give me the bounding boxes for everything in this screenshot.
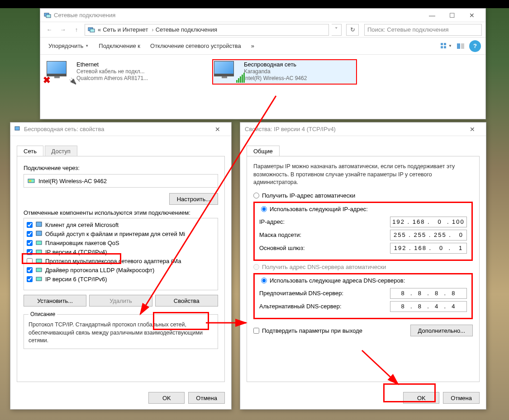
component-label: Протокол мультиплексора сетевого адаптер…: [45, 258, 181, 264]
ok-button[interactable]: OK: [148, 392, 185, 404]
connect-to-button[interactable]: Подключение к: [95, 41, 144, 51]
desktop-taskbar: [0, 0, 509, 8]
gateway-label: Основной шлюз:: [259, 245, 390, 251]
description-text: Протокол TCP/IP. Стандартный протокол гл…: [29, 321, 213, 345]
breadcrumb[interactable]: « Сеть и Интернет › Сетевые подключения: [85, 24, 329, 36]
breadcrumb-dropdown[interactable]: ˅: [332, 24, 342, 36]
titlebar[interactable]: Сетевые подключения — ☐ ✕: [40, 9, 485, 22]
adapter-list: ✖ 🔌 Ethernet Сетевой кабель не подкл... …: [40, 55, 485, 89]
adapter-ethernet[interactable]: ✖ 🔌 Ethernet Сетевой кабель не подкл... …: [45, 59, 190, 85]
components-label: Отмеченные компоненты используются этим …: [24, 209, 218, 216]
manual-ip-radio[interactable]: Использовать следующий IP-адрес:: [259, 206, 370, 212]
tab-access[interactable]: Доступ: [45, 146, 77, 156]
mask-label: Маска подсети:: [259, 231, 390, 238]
close-button[interactable]: ✕: [462, 123, 482, 136]
preview-pane-button[interactable]: [455, 40, 466, 52]
adapter-name: Ethernet: [76, 61, 148, 68]
breadcrumb-pre[interactable]: «: [98, 26, 101, 33]
component-icon: [35, 239, 43, 246]
close-button[interactable]: ✕: [208, 123, 228, 136]
dns2-label: Альтернативный DNS-сервер:: [259, 303, 390, 310]
gateway-input[interactable]: [390, 243, 467, 254]
dns2-input[interactable]: [390, 301, 467, 312]
forward-button[interactable]: →: [57, 24, 68, 35]
minimize-button[interactable]: —: [422, 9, 442, 22]
components-list[interactable]: Клиент для сетей MicrosoftОбщий доступ к…: [24, 218, 218, 290]
description-fieldset: Описание Протокол TCP/IP. Стандартный пр…: [24, 311, 218, 349]
adapter-wireless[interactable]: Беспроводная сеть Karaganda Intel(R) Wir…: [212, 59, 357, 85]
close-button[interactable]: ✕: [462, 9, 482, 22]
breadcrumb-b[interactable]: Сетевые подключения: [156, 26, 217, 33]
disconnected-icon: ✖: [43, 75, 51, 85]
auto-ip-radio[interactable]: Получить IP-адрес автоматически: [253, 192, 473, 199]
dialog-title: Свойства: IP версии 4 (TCP/IPv4): [245, 126, 462, 132]
component-item[interactable]: IP версии 6 (TCP/IPv6): [24, 274, 218, 283]
component-item[interactable]: Клиент для сетей Microsoft: [24, 220, 218, 229]
component-item[interactable]: Драйвер протокола LLDP (Майкрософт): [24, 265, 218, 274]
manual-dns-radio[interactable]: Использовать следующие адреса DNS-сервер…: [259, 277, 407, 284]
help-button[interactable]: ?: [469, 40, 481, 52]
up-button[interactable]: ↑: [71, 24, 82, 35]
adapter-properties-dialog: Беспроводная сеть: свойства ✕ Сеть Досту…: [10, 122, 232, 410]
properties-button[interactable]: Свойства: [155, 295, 218, 307]
adapter-icon: [14, 126, 21, 133]
disable-device-button[interactable]: Отключение сетевого устройства: [147, 41, 245, 51]
more-commands-button[interactable]: »: [247, 41, 258, 51]
advanced-button[interactable]: Дополнительно...: [410, 325, 473, 336]
remove-button[interactable]: Удалить: [89, 295, 152, 307]
cancel-button[interactable]: Отмена: [188, 392, 225, 404]
ipv4-properties-dialog: Свойства: IP версии 4 (TCP/IPv4) ✕ Общие…: [240, 122, 486, 410]
component-label: IP версии 4 (TCP/IPv4): [45, 249, 107, 255]
component-checkbox[interactable]: [27, 258, 33, 264]
adapter-name: Intel(R) Wireless-AC 9462: [38, 178, 107, 184]
window-title: Сетевые подключения: [54, 12, 422, 19]
maximize-button[interactable]: ☐: [442, 9, 462, 22]
mask-input[interactable]: [390, 230, 467, 241]
svg-rect-16: [36, 241, 42, 245]
component-item[interactable]: Протокол мультиплексора сетевого адаптер…: [24, 256, 218, 265]
ip-input[interactable]: [390, 217, 467, 227]
component-checkbox[interactable]: [27, 276, 33, 282]
search-input[interactable]: Поиск: Сетевые подключения: [364, 24, 482, 36]
component-checkbox[interactable]: [27, 267, 33, 273]
component-item[interactable]: Общий доступ к файлам и принтерам для се…: [24, 229, 218, 238]
component-checkbox[interactable]: [27, 222, 33, 228]
titlebar[interactable]: Беспроводная сеть: свойства ✕: [10, 123, 231, 136]
component-label: Драйвер протокола LLDP (Майкрософт): [45, 267, 154, 274]
titlebar[interactable]: Свойства: IP версии 4 (TCP/IPv4) ✕: [240, 123, 486, 136]
adapter-device: Intel(R) Wireless-AC 9462: [244, 75, 307, 81]
adapter-device: Qualcomm Atheros AR8171...: [76, 75, 148, 81]
svg-rect-7: [444, 46, 446, 48]
plug-icon: 🔌: [69, 77, 76, 85]
install-button[interactable]: Установить...: [24, 295, 86, 307]
back-button[interactable]: ←: [44, 24, 55, 35]
validate-checkbox[interactable]: Подтвердить параметры при выходе: [253, 327, 362, 334]
ok-button[interactable]: OK: [403, 392, 439, 404]
view-dropdown[interactable]: ▼: [440, 40, 452, 52]
refresh-button[interactable]: ↻: [346, 24, 359, 36]
svg-rect-12: [29, 180, 30, 182]
cancel-button[interactable]: Отмена: [443, 392, 480, 404]
component-item[interactable]: IP версии 4 (TCP/IPv4): [24, 247, 218, 256]
dns1-input[interactable]: [390, 288, 467, 299]
svg-rect-15: [36, 231, 42, 236]
address-bar: ← → ↑ « Сеть и Интернет › Сетевые подклю…: [40, 22, 485, 38]
component-label: Планировщик пакетов QoS: [45, 240, 119, 246]
component-item[interactable]: Планировщик пакетов QoS: [24, 238, 218, 247]
component-icon: [35, 230, 43, 237]
adapter-network: Karaganda: [244, 68, 307, 75]
component-checkbox[interactable]: [27, 240, 33, 246]
component-checkbox[interactable]: [27, 231, 33, 237]
organize-button[interactable]: Упорядочить▼: [45, 41, 92, 51]
connect-using-label: Подключение через:: [24, 165, 218, 171]
component-checkbox[interactable]: [27, 249, 33, 255]
svg-rect-18: [36, 259, 42, 263]
component-label: IP версии 6 (TCP/IPv6): [45, 276, 107, 283]
breadcrumb-a[interactable]: Сеть и Интернет: [103, 26, 148, 33]
adapter-name: Беспроводная сеть: [244, 61, 307, 68]
svg-rect-4: [441, 43, 443, 45]
tab-general[interactable]: Общие: [247, 146, 280, 156]
configure-button[interactable]: Настроить...: [169, 193, 218, 205]
network-icon: [88, 26, 95, 33]
tab-network[interactable]: Сеть: [17, 146, 43, 156]
